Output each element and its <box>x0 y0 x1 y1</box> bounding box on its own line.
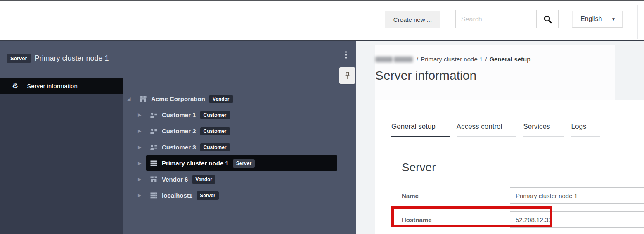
expand-arrow-icon[interactable]: ▶ <box>138 177 144 182</box>
server-icon <box>150 192 157 199</box>
tab-logs[interactable]: Logs <box>571 123 601 137</box>
sidebar: Server Primary cluster node 1 ⚙ Server i… <box>0 41 123 234</box>
language-dropdown[interactable]: English ▼ <box>572 11 623 28</box>
tree-node-label: Customer 1 <box>162 111 196 118</box>
topbar: Create new ... English ▼ <box>0 1 644 40</box>
sidebar-item-server-information[interactable]: ⚙ Server information <box>0 78 123 94</box>
tree-node-label: Primary cluster node 1 <box>162 160 229 167</box>
tree-node-label: Vendor 6 <box>162 176 188 183</box>
breadcrumb-separator: / <box>417 56 418 63</box>
collapse-arrow-icon[interactable]: ◢ <box>127 96 133 102</box>
expand-arrow-icon[interactable]: ▶ <box>138 193 144 198</box>
tree-node-primary-cluster-node-1[interactable]: ▶ Primary cluster node 1 Server <box>123 155 356 171</box>
tree-node-customer-1[interactable]: ▶ Customer 1 Customer <box>123 107 356 123</box>
tab-access-control[interactable]: Access control <box>457 123 516 137</box>
node-type-badge: Customer <box>200 127 230 135</box>
tree-menu-kebab-icon[interactable] <box>343 51 349 59</box>
expand-arrow-icon[interactable]: ▶ <box>138 144 144 150</box>
node-type-badge: Customer <box>200 143 230 151</box>
tree-node-customer-2[interactable]: ▶ Customer 2 Customer <box>123 123 356 139</box>
page-header: /Primary cluster node 1/General setup Se… <box>375 45 615 101</box>
search-input[interactable] <box>455 10 537 28</box>
organization-tree-panel: ◢ Acme Corporation Vendor ▶ Customer 1 C… <box>123 41 356 234</box>
node-type-badge: Server <box>197 191 218 200</box>
sidebar-lower-panel <box>0 94 123 234</box>
node-type-badge: Vendor <box>209 95 233 103</box>
name-field-label: Name <box>402 192 419 199</box>
server-type-badge: Server <box>7 54 31 63</box>
page-title: Server information <box>375 69 476 83</box>
tree-node-label: localhost1 <box>162 192 192 199</box>
pin-icon <box>344 72 350 80</box>
sidebar-item-label: Server information <box>27 83 78 90</box>
breadcrumb: /Primary cluster node 1/General setup <box>375 56 530 63</box>
sidebar-title: Primary cluster node 1 <box>34 54 109 63</box>
breadcrumb-segment[interactable]: General setup <box>489 56 530 63</box>
breadcrumb-redacted-segment <box>375 57 393 62</box>
expand-arrow-icon[interactable]: ▶ <box>138 161 144 166</box>
breadcrumb-segment[interactable]: Primary cluster node 1 <box>421 56 483 63</box>
create-new-button[interactable]: Create new ... <box>385 11 440 28</box>
tree-node-label: Customer 2 <box>162 128 196 135</box>
server-icon <box>150 160 157 166</box>
node-type-badge: Server <box>233 159 255 168</box>
tree-node-localhost1[interactable]: ▶ localhost1 Server <box>123 187 356 203</box>
tree-node-label: Acme Corporation <box>151 95 205 102</box>
tree-node-customer-3[interactable]: ▶ Customer 3 Customer <box>123 139 356 155</box>
tab-bar: General setupAccess controlServicesLogs <box>391 123 607 137</box>
language-label: English <box>573 15 602 23</box>
gear-icon: ⚙ <box>12 83 18 90</box>
node-type-badge: Customer <box>200 111 230 119</box>
search-button[interactable] <box>537 10 559 28</box>
expand-arrow-icon[interactable]: ▶ <box>138 128 144 134</box>
customer-icon <box>150 128 157 134</box>
topbar-divider <box>637 5 638 39</box>
host-input[interactable] <box>510 211 644 228</box>
tree-node-vendor-6[interactable]: ▶ Vendor 6 Vendor <box>123 171 356 187</box>
breadcrumb-redacted-segment <box>394 57 413 62</box>
customer-icon <box>150 112 157 118</box>
tree-node-label: Customer 3 <box>162 144 196 151</box>
search-icon <box>543 15 552 24</box>
vendor-icon <box>150 176 157 182</box>
expand-arrow-icon[interactable]: ▶ <box>138 112 144 118</box>
name-input[interactable] <box>510 187 644 204</box>
tree-node-acme-corporation[interactable]: ◢ Acme Corporation Vendor <box>123 91 356 107</box>
node-type-badge: Vendor <box>192 175 215 184</box>
breadcrumb-separator: / <box>485 56 487 63</box>
settings-card: General setupAccess controlServicesLogs … <box>375 100 644 234</box>
sidebar-header: Server Primary cluster node 1 <box>7 54 109 63</box>
pin-panel-button[interactable] <box>339 67 355 84</box>
content-pane: /Primary cluster node 1/General setup Se… <box>356 41 644 234</box>
vendor-icon <box>140 96 147 102</box>
chevron-down-icon: ▼ <box>611 17 616 21</box>
section-title: Server <box>402 161 436 174</box>
tab-services[interactable]: Services <box>523 123 564 137</box>
host-field-label: Hostname <box>402 216 432 223</box>
customer-icon <box>150 144 157 150</box>
tab-general-setup[interactable]: General setup <box>391 123 450 137</box>
